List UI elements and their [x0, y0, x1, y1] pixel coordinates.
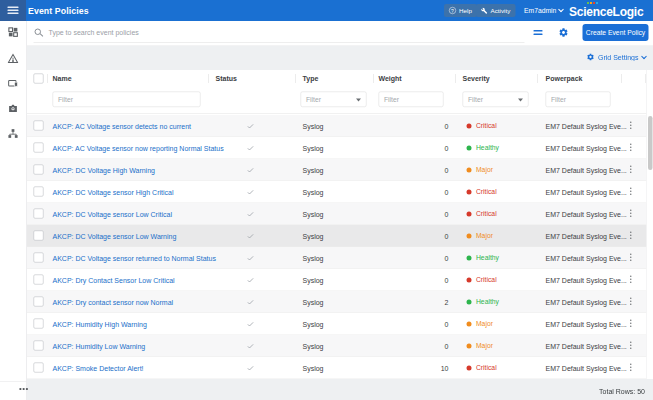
kebab-menu-icon[interactable]	[627, 357, 635, 379]
kebab-menu-icon[interactable]	[627, 335, 635, 357]
kebab-menu-icon[interactable]	[627, 181, 635, 203]
policy-weight: 0	[379, 313, 449, 335]
activity-button[interactable]: Activity	[476, 4, 515, 17]
column-header-status[interactable]: Status	[216, 70, 237, 87]
policy-name-link[interactable]: AKCP: Dry Contact Sensor Low Critical	[53, 269, 175, 291]
severity-dot	[467, 300, 472, 305]
kebab-menu-icon[interactable]	[627, 269, 635, 291]
status-check-icon	[245, 203, 257, 225]
row-checkbox[interactable]	[34, 363, 44, 373]
table-row[interactable]: AKCP: AC Voltage sensor now reporting No…	[27, 137, 647, 159]
kebab-menu-icon[interactable]	[627, 291, 635, 313]
weight-filter-input[interactable]: Filter	[379, 92, 444, 108]
column-header-severity[interactable]: Severity	[463, 70, 490, 87]
table-row[interactable]: AKCP: DC Voltage sensor High Critical Sy…	[27, 181, 647, 203]
user-menu[interactable]: Em7admin	[524, 0, 563, 21]
kebab-menu-icon[interactable]	[627, 159, 635, 181]
dropdown-arrow-icon	[518, 99, 523, 102]
table-row[interactable]: AKCP: Dry Contact Sensor Low Critical Sy…	[27, 269, 647, 291]
row-checkbox[interactable]	[34, 297, 44, 307]
policy-name-link[interactable]: AKCP: DC Voltage sensor High Critical	[53, 181, 174, 203]
policy-name-link[interactable]: AKCP: DC Voltage High Warning	[53, 159, 155, 181]
settings-gear-icon[interactable]	[559, 28, 569, 40]
maps-hierarchy-icon[interactable]	[8, 128, 19, 139]
scrollbar-thumb[interactable]	[648, 116, 653, 170]
policy-name-link[interactable]: AKCP: DC Voltage sensor returned to Norm…	[53, 247, 216, 269]
status-check-icon	[245, 115, 257, 137]
policy-weight: 0	[379, 203, 449, 225]
kebab-menu-icon[interactable]	[627, 203, 635, 225]
policy-name-link[interactable]: AKCP: Humidity High Warning	[53, 313, 147, 335]
grid-settings-button[interactable]: Grid Settings	[587, 53, 646, 61]
kebab-menu-icon[interactable]	[627, 313, 635, 335]
policy-type: Syslog	[303, 159, 324, 181]
camera-icon[interactable]	[8, 103, 19, 114]
dashboards-grid-icon[interactable]	[8, 27, 19, 38]
status-check-icon	[245, 313, 257, 335]
filter-lines-icon[interactable]	[534, 30, 543, 37]
powerpack-filter-input[interactable]: Filter	[546, 92, 611, 108]
select-all-checkbox[interactable]	[34, 74, 44, 84]
row-checkbox[interactable]	[34, 275, 44, 285]
row-checkbox[interactable]	[34, 165, 44, 175]
search-input[interactable]: Type to search event policies	[49, 21, 139, 44]
table-row[interactable]: AKCP: Humidity Low Warning Syslog 0 Majo…	[27, 335, 647, 357]
type-filter-select[interactable]: Filter	[301, 92, 367, 108]
row-checkbox[interactable]	[34, 319, 44, 329]
severity-label: Healthy	[476, 247, 499, 269]
column-header-type[interactable]: Type	[303, 70, 319, 87]
severity-dot	[467, 168, 472, 173]
severity-label: Major	[476, 159, 493, 181]
policy-name-link[interactable]: AKCP: Smoke Detector Alert!	[53, 357, 144, 379]
row-checkbox[interactable]	[34, 231, 44, 241]
help-button[interactable]: ? Help	[444, 4, 477, 17]
table-row[interactable]: AKCP: Smoke Detector Alert! Syslog 10 Cr…	[27, 357, 647, 379]
severity-dot	[467, 366, 472, 371]
nav-toggle-area[interactable]	[0, 0, 26, 21]
row-checkbox[interactable]	[34, 187, 44, 197]
policy-name-link[interactable]: AKCP: DC Voltage sensor Low Warning	[53, 225, 177, 247]
page-title: Event Policies	[28, 0, 89, 21]
column-header-weight[interactable]: Weight	[379, 70, 402, 87]
severity-dot	[467, 124, 472, 129]
kebab-menu-icon[interactable]	[627, 115, 635, 137]
column-header-name[interactable]: Name	[53, 70, 72, 87]
table-row[interactable]: AKCP: DC Voltage High Warning Syslog 0 M…	[27, 159, 647, 181]
table-row[interactable]: AKCP: AC Voltage sensor detects no curre…	[27, 115, 647, 137]
row-checkbox[interactable]	[34, 341, 44, 351]
table-row[interactable]: AKCP: Dry contact sensor now Normal Sysl…	[27, 291, 647, 313]
table-row[interactable]: AKCP: DC Voltage sensor returned to Norm…	[27, 247, 647, 269]
name-filter-input[interactable]: Filter	[53, 92, 201, 108]
kebab-menu-icon[interactable]	[627, 247, 635, 269]
policy-name-link[interactable]: AKCP: Dry contact sensor now Normal	[53, 291, 174, 313]
row-checkbox[interactable]	[34, 143, 44, 153]
event-policies-table: Name Status Type Weight Severity Powerpa…	[27, 70, 647, 379]
vertical-scrollbar[interactable]	[647, 70, 653, 379]
table-filter-row: Filter Filter Filter Filter Filter	[27, 87, 647, 114]
policy-weight: 0	[379, 137, 449, 159]
policy-name-link[interactable]: AKCP: AC Voltage sensor detects no curre…	[53, 115, 192, 137]
row-checkbox[interactable]	[34, 209, 44, 219]
table-row[interactable]: AKCP: DC Voltage sensor Low Warning Sysl…	[27, 225, 647, 247]
devices-monitor-icon[interactable]	[8, 78, 19, 89]
username: Em7admin	[524, 7, 556, 15]
search-icon	[35, 29, 42, 36]
table-row[interactable]: AKCP: DC Voltage sensor Low Critical Sys…	[27, 203, 647, 225]
policy-powerpack: EM7 Default Syslog Eve...	[546, 137, 627, 159]
create-event-policy-button[interactable]: Create Event Policy	[583, 24, 649, 41]
column-header-powerpack[interactable]: Powerpack	[546, 70, 583, 87]
policy-powerpack: EM7 Default Syslog Eve...	[546, 291, 627, 313]
row-checkbox[interactable]	[34, 121, 44, 131]
row-checkbox[interactable]	[34, 253, 44, 263]
table-row[interactable]: AKCP: Humidity High Warning Syslog 0 Maj…	[27, 313, 647, 335]
policy-name-link[interactable]: AKCP: AC Voltage sensor now reporting No…	[53, 137, 224, 159]
severity-filter-select[interactable]: Filter	[463, 92, 529, 108]
policy-name-link[interactable]: AKCP: DC Voltage sensor Low Critical	[53, 203, 172, 225]
kebab-menu-icon[interactable]	[627, 137, 635, 159]
kebab-menu-icon[interactable]	[627, 225, 635, 247]
policy-type: Syslog	[303, 115, 324, 137]
events-triangle-icon[interactable]	[8, 53, 19, 64]
policy-powerpack: EM7 Default Syslog Eve...	[546, 181, 627, 203]
hamburger-menu-icon[interactable]	[8, 7, 19, 15]
policy-name-link[interactable]: AKCP: Humidity Low Warning	[53, 335, 146, 357]
